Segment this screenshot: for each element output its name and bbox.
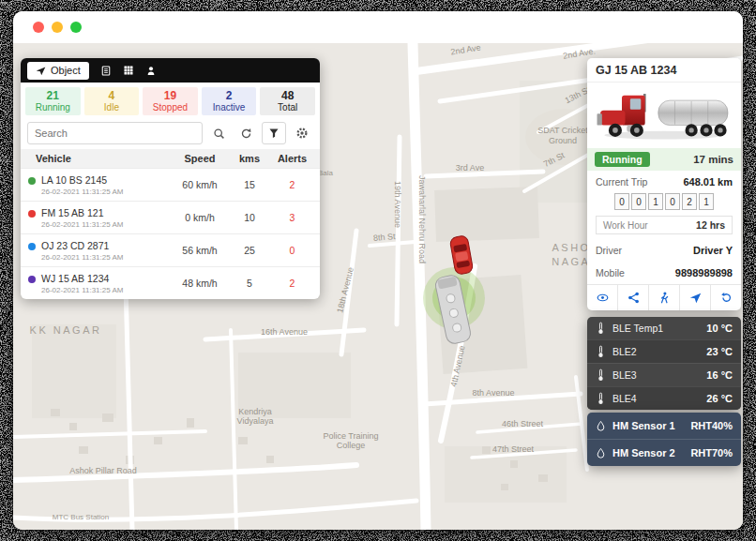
table-row[interactable]: WJ 15 AB 1234 26-02-2021 11:31:25 AM 48 … xyxy=(21,266,320,299)
thermometer-icon xyxy=(596,345,606,358)
thermometer-icon xyxy=(596,392,606,405)
ble-sensor-name: BLE3 xyxy=(612,369,700,381)
col-alerts: Alerts xyxy=(270,153,314,164)
mobile-value: 9898989898 xyxy=(675,267,733,278)
status-dot xyxy=(28,177,36,185)
eye-icon xyxy=(596,292,610,304)
driver-info-button[interactable] xyxy=(648,285,679,310)
screen: 2nd Ave 2nd Ave. 13th St SDAT Cricket Gr… xyxy=(0,0,756,541)
replay-button[interactable] xyxy=(710,285,741,310)
status-dot xyxy=(28,276,36,283)
send-icon xyxy=(689,292,702,304)
replay-icon xyxy=(720,292,733,304)
map-label: 19th Avenue xyxy=(393,181,402,228)
stat-inactive-count: 2 xyxy=(202,89,257,102)
minimize-window-icon[interactable] xyxy=(52,22,63,33)
thermometer-icon xyxy=(596,322,606,335)
navigate-button[interactable] xyxy=(679,285,710,310)
vehicle-photo xyxy=(587,83,741,148)
map-label: Kendriya xyxy=(238,407,272,416)
ble-sensor-row: BLE Temp1 10 °C xyxy=(587,317,741,339)
col-speed: Speed xyxy=(171,153,229,164)
status-row: Running 17 mins xyxy=(587,148,741,171)
grid-icon xyxy=(123,65,134,76)
table-row[interactable]: LA 10 BS 2145 26-02-2021 11:31:25 AM 60 … xyxy=(21,168,320,201)
stat-total-count: 48 xyxy=(260,89,315,102)
vehicle-name: WJ 15 AB 1234 xyxy=(41,273,123,284)
map-label: 8th Avenue xyxy=(473,388,515,398)
ble-sensor-name: BLE2 xyxy=(612,346,700,357)
work-hour-value: 12 hrs xyxy=(696,219,725,231)
map-label: 8th St xyxy=(373,232,397,243)
truck-image xyxy=(594,88,734,143)
object-list-panel: Object xyxy=(21,58,320,299)
driver-value: Driver Y xyxy=(693,245,733,256)
clipboard-icon xyxy=(100,65,112,77)
stat-total[interactable]: 48 Total xyxy=(260,87,315,115)
stat-running[interactable]: 21 Running xyxy=(25,87,81,115)
vehicle-speed: 60 km/h xyxy=(171,179,229,190)
col-kms: kms xyxy=(229,153,270,164)
stat-idle-label: Idle xyxy=(84,102,140,113)
col-vehicle: Vehicle xyxy=(21,153,171,164)
vehicle-actions xyxy=(587,284,741,310)
table-row[interactable]: FM 15 AB 121 26-02-2021 11:31:25 AM 0 km… xyxy=(21,201,320,233)
stat-stopped[interactable]: 19 Stopped xyxy=(143,87,198,115)
share-button[interactable] xyxy=(617,285,648,310)
water-drop-icon xyxy=(596,420,606,432)
tab-list[interactable] xyxy=(100,65,112,77)
tab-driver[interactable] xyxy=(145,65,157,77)
vehicle-kms: 25 xyxy=(229,245,270,256)
refresh-button[interactable] xyxy=(234,123,257,143)
current-trip-label: Current Trip xyxy=(596,176,647,188)
status-dot xyxy=(28,243,36,250)
ble-sensor-row: BLE2 23 °C xyxy=(587,339,741,363)
ble-sensor-value: 23 °C xyxy=(706,346,733,357)
odometer-digit: 1 xyxy=(648,193,663,210)
map-label: KK NAGAR xyxy=(30,324,102,336)
odometer-digit: 0 xyxy=(665,193,680,210)
water-drop-icon xyxy=(596,447,606,459)
current-trip-row: Current Trip 648.01 km xyxy=(587,171,741,193)
vehicle-speed: 56 km/h xyxy=(171,245,229,256)
odometer: 0 0 1 0 2 1 xyxy=(587,193,741,216)
stat-inactive[interactable]: 2 Inactive xyxy=(202,87,257,115)
maximize-window-icon[interactable] xyxy=(70,22,82,33)
filter-icon xyxy=(268,128,280,139)
tab-object[interactable]: Object xyxy=(27,62,89,80)
hm-sensor-value: RHT40% xyxy=(690,420,733,431)
vehicle-speed: 0 km/h xyxy=(171,212,229,223)
panel-tab-bar: Object xyxy=(21,58,320,83)
vehicle-name: OJ 23 CD 2871 xyxy=(41,240,123,251)
map-label: 3rd Ave xyxy=(456,163,484,173)
map-label: MTC Bus Station xyxy=(53,513,109,521)
stat-inactive-label: Inactive xyxy=(202,102,257,113)
map-label: 46th Street xyxy=(502,419,544,428)
search-button[interactable] xyxy=(207,123,230,143)
status-duration: 17 mins xyxy=(693,154,733,165)
hm-sensor-name: HM Sensor 2 xyxy=(612,447,684,458)
map-label: Ground xyxy=(549,136,577,145)
vehicle-alerts: 3 xyxy=(270,212,314,223)
search-input[interactable] xyxy=(28,128,202,139)
odometer-digit: 2 xyxy=(682,193,697,210)
vehicle-alerts: 0 xyxy=(270,245,314,256)
settings-button[interactable] xyxy=(291,123,313,143)
walking-person-icon xyxy=(658,292,671,304)
map-label: SDAT Cricket xyxy=(537,126,588,135)
ble-sensor-row: BLE4 26 °C xyxy=(587,386,741,410)
current-trip-value: 648.01 km xyxy=(683,176,733,188)
view-details-button[interactable] xyxy=(587,285,617,310)
map-label: Jawaharlal Nehru Road xyxy=(417,175,427,263)
stat-idle[interactable]: 4 Idle xyxy=(84,87,140,115)
table-row[interactable]: OJ 23 CD 2871 26-02-2021 11:31:25 AM 56 … xyxy=(21,233,320,266)
stat-stopped-label: Stopped xyxy=(143,102,198,113)
driver-label: Driver xyxy=(596,245,622,256)
stat-idle-count: 4 xyxy=(84,89,140,102)
ble-sensor-name: BLE4 xyxy=(612,393,700,404)
tab-grid[interactable] xyxy=(123,65,134,76)
close-window-icon[interactable] xyxy=(33,22,44,33)
ble-sensor-value: 10 °C xyxy=(706,323,733,334)
window-titlebar xyxy=(13,11,743,43)
filter-button[interactable] xyxy=(262,122,286,144)
